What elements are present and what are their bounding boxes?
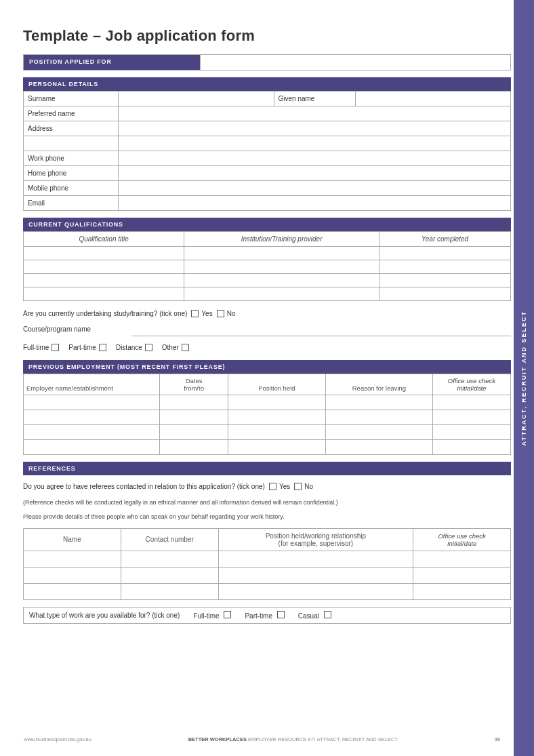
yes-label: Yes bbox=[201, 310, 212, 317]
surname-value[interactable] bbox=[119, 92, 274, 106]
page-container: Template – Job application form POSITION… bbox=[23, 0, 511, 664]
preferred-name-value[interactable] bbox=[119, 106, 511, 121]
employment-section: PREVIOUS EMPLOYMENT (MOST RECENT FIRST P… bbox=[23, 360, 511, 455]
emp-office-3[interactable] bbox=[432, 424, 510, 439]
study-question-text: Are you currently undertaking study/trai… bbox=[23, 310, 187, 317]
emp-employer-2[interactable] bbox=[24, 410, 160, 424]
ref-name-1[interactable] bbox=[24, 551, 121, 567]
emp-reason-4[interactable] bbox=[325, 439, 432, 454]
ref-name-2[interactable] bbox=[24, 567, 121, 583]
emp-dates-3[interactable] bbox=[160, 424, 228, 439]
emp-position-1[interactable] bbox=[228, 395, 325, 410]
email-value[interactable] bbox=[119, 196, 511, 211]
qual-col-title: Qualification title bbox=[24, 232, 184, 247]
mode-row: Full-time Part-time Distance Other bbox=[23, 340, 511, 353]
address-label-2 bbox=[24, 136, 119, 151]
references-question-text: Do you agree to have referees contacted … bbox=[23, 483, 265, 490]
ref-office-2[interactable] bbox=[413, 567, 511, 583]
emp-office-2[interactable] bbox=[432, 410, 510, 424]
table-row bbox=[24, 136, 511, 151]
emp-dates-4[interactable] bbox=[160, 439, 228, 454]
work-available-row: What type of work are you available for?… bbox=[23, 607, 511, 624]
qual-col-institution: Institution/Training provider bbox=[184, 232, 379, 247]
fulltime-checkbox[interactable] bbox=[52, 344, 59, 351]
emp-employer-1[interactable] bbox=[24, 395, 160, 410]
given-name-value[interactable] bbox=[355, 92, 511, 106]
qual-year-4[interactable] bbox=[379, 287, 510, 301]
table-row: Preferred name bbox=[24, 106, 511, 121]
distance-label: Distance bbox=[116, 344, 142, 351]
employment-table: Employer name/establishment Datesfrom/to… bbox=[23, 374, 511, 455]
other-label: Other bbox=[162, 344, 179, 351]
course-value[interactable] bbox=[131, 322, 511, 336]
ref-position-2[interactable] bbox=[218, 567, 413, 583]
mobile-phone-label: Mobile phone bbox=[24, 181, 119, 196]
qual-title-1[interactable] bbox=[24, 247, 184, 260]
address-value-2[interactable] bbox=[119, 136, 511, 151]
ref-contact-2[interactable] bbox=[121, 567, 218, 583]
study-question-row: Are you currently undertaking study/trai… bbox=[23, 306, 511, 319]
emp-position-2[interactable] bbox=[228, 410, 325, 424]
fulltime-checkbox-item: Full-time bbox=[23, 344, 59, 351]
table-row bbox=[24, 567, 511, 583]
emp-employer-3[interactable] bbox=[24, 424, 160, 439]
position-value-area[interactable] bbox=[200, 55, 510, 70]
parttime-checkbox[interactable] bbox=[99, 344, 106, 351]
distance-checkbox[interactable] bbox=[145, 344, 152, 351]
given-name-label: Given name bbox=[274, 92, 355, 106]
references-section-header: REFERENCES bbox=[23, 462, 511, 475]
table-row bbox=[24, 274, 511, 287]
work-parttime-checkbox[interactable] bbox=[277, 611, 285, 618]
emp-position-3[interactable] bbox=[228, 424, 325, 439]
emp-office-4[interactable] bbox=[432, 439, 510, 454]
qual-institution-3[interactable] bbox=[184, 274, 379, 287]
home-phone-value[interactable] bbox=[119, 166, 511, 181]
emp-dates-2[interactable] bbox=[160, 410, 228, 424]
ref-no-label: No bbox=[304, 483, 313, 490]
no-checkbox[interactable] bbox=[217, 310, 224, 317]
table-row bbox=[24, 247, 511, 260]
ref-no-checkbox[interactable] bbox=[294, 483, 302, 490]
ref-contact-3[interactable] bbox=[121, 583, 218, 599]
references-header-row: Name Contact number Position held/workin… bbox=[24, 528, 511, 551]
emp-reason-2[interactable] bbox=[325, 410, 432, 424]
qual-year-3[interactable] bbox=[379, 274, 510, 287]
work-fulltime-checkbox[interactable] bbox=[224, 611, 231, 618]
table-row bbox=[24, 395, 511, 410]
ref-name-3[interactable] bbox=[24, 583, 121, 599]
mobile-phone-value[interactable] bbox=[119, 181, 511, 196]
qual-title-4[interactable] bbox=[24, 287, 184, 301]
ref-yes-checkbox[interactable] bbox=[269, 483, 276, 490]
qual-title-2[interactable] bbox=[24, 260, 184, 274]
yes-checkbox[interactable] bbox=[191, 310, 199, 317]
emp-dates-1[interactable] bbox=[160, 395, 228, 410]
ref-position-1[interactable] bbox=[218, 551, 413, 567]
table-row bbox=[24, 551, 511, 567]
work-casual-checkbox[interactable] bbox=[324, 611, 331, 618]
emp-position-4[interactable] bbox=[228, 439, 325, 454]
ref-yes-item: Yes bbox=[269, 483, 290, 490]
qual-institution-4[interactable] bbox=[184, 287, 379, 301]
emp-col-position: Position held bbox=[228, 374, 325, 395]
emp-reason-1[interactable] bbox=[325, 395, 432, 410]
qual-institution-2[interactable] bbox=[184, 260, 379, 274]
table-row: Home phone bbox=[24, 166, 511, 181]
ref-office-3[interactable] bbox=[413, 583, 511, 599]
qual-title-3[interactable] bbox=[24, 274, 184, 287]
ref-office-1[interactable] bbox=[413, 551, 511, 567]
work-phone-value[interactable] bbox=[119, 151, 511, 166]
emp-reason-3[interactable] bbox=[325, 424, 432, 439]
emp-col-office: Office use checkInitial/date bbox=[432, 374, 510, 395]
other-checkbox[interactable] bbox=[182, 344, 189, 351]
qual-year-1[interactable] bbox=[379, 247, 510, 260]
table-row: Email bbox=[24, 196, 511, 211]
ref-contact-1[interactable] bbox=[121, 551, 218, 567]
address-value[interactable] bbox=[119, 121, 511, 136]
emp-office-1[interactable] bbox=[432, 395, 510, 410]
ref-position-3[interactable] bbox=[218, 583, 413, 599]
surname-label: Surname bbox=[24, 92, 119, 106]
qual-institution-1[interactable] bbox=[184, 247, 379, 260]
emp-col-reason: Reason for leaving bbox=[325, 374, 432, 395]
emp-employer-4[interactable] bbox=[24, 439, 160, 454]
qual-year-2[interactable] bbox=[379, 260, 510, 274]
